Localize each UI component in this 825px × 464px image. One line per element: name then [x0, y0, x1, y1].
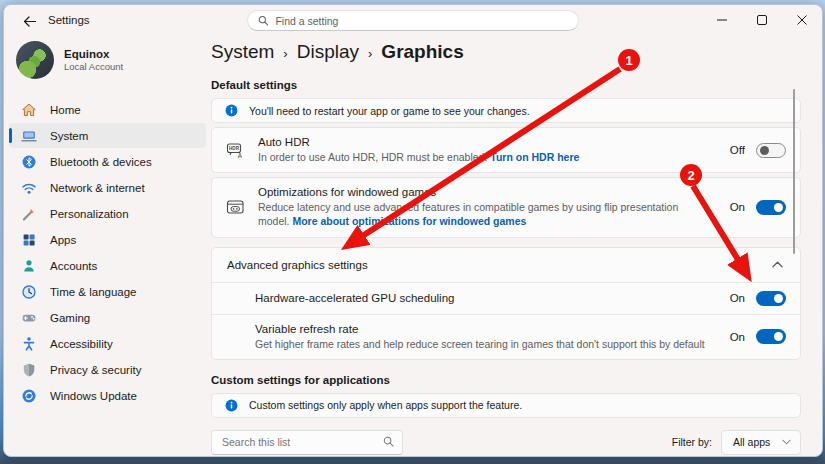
- sidebar-item-label: Personalization: [50, 208, 129, 220]
- sidebar-item-system[interactable]: System: [9, 123, 206, 148]
- sidebar-item-label: Windows Update: [50, 390, 137, 402]
- gaming-icon: [21, 310, 37, 326]
- page-title: Graphics: [381, 41, 463, 63]
- minimize-icon: [717, 15, 727, 25]
- sidebar-item-time-language[interactable]: Time & language: [9, 279, 206, 304]
- variable-refresh-text: Variable refresh rate Get higher frame r…: [255, 323, 730, 351]
- breadcrumb-system[interactable]: System: [211, 41, 274, 63]
- minimize-button[interactable]: [702, 5, 742, 35]
- info-icon: [225, 104, 238, 117]
- restart-notice-text: You'll need to restart your app or game …: [249, 105, 530, 117]
- back-button[interactable]: [16, 11, 42, 31]
- sidebar-item-label: Apps: [50, 234, 76, 246]
- turn-on-hdr-link[interactable]: Turn on HDR here: [490, 151, 579, 163]
- sidebar-item-label: System: [50, 130, 88, 142]
- more-about-optimizations-link[interactable]: More about optimizations for windowed ga…: [292, 215, 526, 227]
- find-setting-search[interactable]: [247, 10, 579, 31]
- accounts-icon: [21, 258, 37, 274]
- account-name: Equinox: [64, 48, 123, 60]
- windowed-games-title: Optimizations for windowed games: [258, 186, 709, 198]
- variable-refresh-desc: Get higher frame rates and help reduce s…: [255, 337, 722, 351]
- advanced-graphics-header[interactable]: Advanced graphics settings: [212, 248, 800, 282]
- toggle-knob: [774, 294, 783, 303]
- search-icon: [258, 15, 268, 26]
- auto-hdr-state: Off: [730, 143, 786, 158]
- variable-refresh-state-label: On: [730, 331, 745, 343]
- variable-refresh-row: Variable refresh rate Get higher frame r…: [212, 314, 800, 359]
- toggle-knob: [774, 332, 783, 341]
- sidebar-nav: Home System Bluetooth & devices Network …: [4, 97, 211, 408]
- sidebar-item-accessibility[interactable]: Accessibility: [9, 331, 206, 356]
- sidebar-item-privacy[interactable]: Privacy & security: [9, 357, 206, 382]
- sidebar-item-network[interactable]: Network & internet: [9, 175, 206, 200]
- default-settings-heading: Default settings: [211, 79, 801, 91]
- main-content: System › Display › Graphics Default sett…: [211, 37, 801, 456]
- titlebar: Settings: [4, 5, 822, 37]
- sidebar-item-label: Accounts: [50, 260, 97, 272]
- custom-settings-notice-text: Custom settings only apply when apps sup…: [249, 399, 522, 411]
- hdr-icon-label: HDR: [229, 146, 240, 151]
- filter-dropdown[interactable]: All apps: [721, 430, 801, 455]
- hdr-icon-sub: A: [238, 152, 243, 159]
- sidebar-item-home[interactable]: Home: [9, 97, 206, 122]
- time-language-icon: [21, 284, 37, 300]
- custom-settings-notice-banner: Custom settings only apply when apps sup…: [211, 393, 801, 418]
- window-title: Settings: [48, 14, 90, 26]
- home-icon: [21, 102, 37, 118]
- variable-refresh-toggle[interactable]: [756, 329, 786, 344]
- breadcrumb-separator: ›: [283, 46, 287, 61]
- gpu-scheduling-title: Hardware-accelerated GPU scheduling: [255, 292, 722, 304]
- sidebar-item-personalization[interactable]: Personalization: [9, 201, 206, 226]
- sidebar-item-apps[interactable]: Apps: [9, 227, 206, 252]
- sidebar-item-label: Network & internet: [50, 182, 145, 194]
- custom-settings-heading: Custom settings for applications: [211, 374, 801, 386]
- gpu-scheduling-state: On: [730, 291, 786, 306]
- windowed-games-toggle[interactable]: [756, 200, 786, 215]
- windowed-games-state: On: [730, 200, 786, 215]
- network-icon: [21, 180, 37, 196]
- scrollbar-thumb[interactable]: [793, 89, 796, 254]
- gpu-scheduling-state-label: On: [730, 292, 745, 304]
- chevron-down-icon: [782, 439, 791, 445]
- list-search-input[interactable]: [211, 430, 403, 455]
- list-search[interactable]: [211, 430, 403, 455]
- breadcrumb-display[interactable]: Display: [297, 41, 359, 63]
- auto-hdr-row: HDR A Auto HDR In order to use Auto HDR,…: [211, 127, 801, 173]
- sidebar-item-label: Gaming: [50, 312, 90, 324]
- windowed-games-state-label: On: [730, 201, 745, 213]
- search-filter-row: Filter by: All apps: [211, 430, 801, 455]
- gpu-scheduling-text: Hardware-accelerated GPU scheduling: [255, 292, 730, 304]
- close-icon: [797, 15, 807, 25]
- gpu-scheduling-toggle[interactable]: [756, 291, 786, 306]
- account-type: Local Account: [64, 61, 123, 72]
- toggle-knob: [760, 146, 769, 155]
- maximize-button[interactable]: [742, 5, 782, 35]
- windowed-games-desc: Reduce latency and use advanced features…: [258, 200, 709, 228]
- close-button[interactable]: [782, 5, 822, 35]
- sidebar-item-accounts[interactable]: Accounts: [9, 253, 206, 278]
- auto-hdr-title: Auto HDR: [258, 136, 709, 148]
- sidebar-item-gaming[interactable]: Gaming: [9, 305, 206, 330]
- back-arrow-icon: [23, 16, 36, 27]
- auto-hdr-toggle[interactable]: [756, 143, 786, 158]
- auto-hdr-text: Auto HDR In order to use Auto HDR, HDR m…: [258, 136, 717, 164]
- toggle-knob: [774, 203, 783, 212]
- auto-hdr-state-label: Off: [730, 144, 745, 156]
- settings-window: Settings Equinox Local Account Home: [3, 4, 823, 457]
- sidebar-item-bluetooth[interactable]: Bluetooth & devices: [9, 149, 206, 174]
- filter-by-label: Filter by:: [672, 436, 712, 448]
- filter-dropdown-value: All apps: [733, 436, 770, 448]
- sidebar-item-label: Accessibility: [50, 338, 113, 350]
- restart-notice-banner: You'll need to restart your app or game …: [211, 98, 801, 123]
- sidebar-item-label: Bluetooth & devices: [50, 156, 152, 168]
- gpu-scheduling-row: Hardware-accelerated GPU scheduling On: [212, 282, 800, 314]
- advanced-graphics-title: Advanced graphics settings: [227, 259, 368, 271]
- windowed-games-icon: [226, 198, 245, 217]
- windowed-games-text: Optimizations for windowed games Reduce …: [258, 186, 717, 228]
- chevron-up-icon: [772, 261, 783, 268]
- find-setting-input[interactable]: [275, 15, 568, 27]
- sidebar-item-windows-update[interactable]: Windows Update: [9, 383, 206, 408]
- account-card[interactable]: Equinox Local Account: [4, 37, 211, 89]
- variable-refresh-state: On: [730, 329, 786, 344]
- apps-icon: [21, 232, 37, 248]
